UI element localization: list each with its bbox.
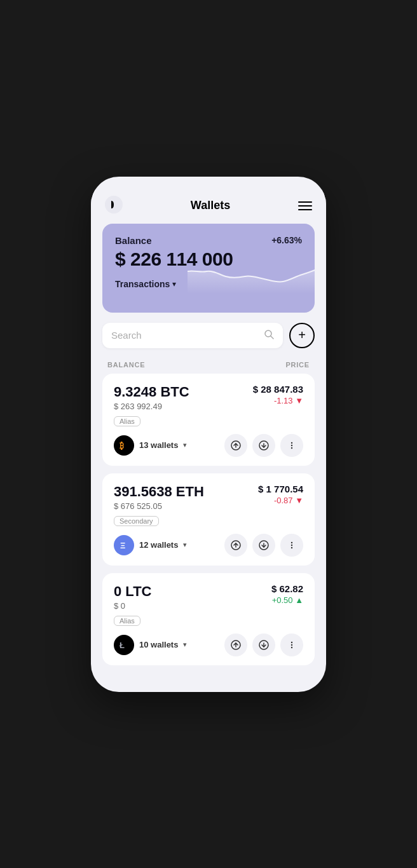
coin-change: -0.87 ▼: [258, 496, 303, 505]
wallet-count: 10 wallets: [139, 640, 178, 649]
coin-card: 0 LTC $ 0 Alias $ 62.82 +0.50 ▲ Ł 10 wal…: [102, 573, 315, 665]
search-icon: [264, 329, 274, 342]
plus-icon: +: [298, 328, 306, 342]
coin-change: +0.50 ▲: [271, 595, 303, 605]
coin-bottom-row: Ξ 12 wallets ▾: [114, 534, 303, 557]
coin-amount: 9.3248 BTC: [114, 384, 189, 400]
more-button[interactable]: [280, 634, 303, 656]
search-row: Search +: [91, 323, 326, 358]
page-title: Wallets: [191, 199, 230, 212]
alias-badge: Alias: [114, 416, 140, 426]
svg-point-8: [291, 442, 292, 443]
coin-top-row: 391.5638 ETH $ 676 525.05 Secondary $ 1 …: [114, 484, 303, 526]
svg-point-16: [291, 541, 292, 543]
coin-card: 391.5638 ETH $ 676 525.05 Secondary $ 1 …: [102, 473, 315, 566]
svg-point-24: [291, 641, 292, 642]
coin-wallet-info[interactable]: Ł 10 wallets ▾: [114, 635, 187, 655]
search-input[interactable]: Search: [111, 330, 259, 341]
receive-button[interactable]: [252, 534, 275, 557]
header: Wallets: [91, 189, 326, 224]
receive-button[interactable]: [252, 434, 275, 457]
more-button[interactable]: [280, 434, 303, 457]
coin-amount: 0 LTC: [114, 583, 151, 600]
svg-point-25: [291, 644, 292, 645]
wallet-chevron-icon: ▾: [183, 641, 187, 649]
coin-wallet-info[interactable]: ₿ 13 wallets ▾: [114, 435, 187, 456]
svg-text:Ξ: Ξ: [120, 541, 125, 550]
coin-usd-value: $ 0: [114, 601, 151, 611]
coin-wallet-info[interactable]: Ξ 12 wallets ▾: [114, 535, 187, 555]
svg-line-2: [271, 336, 273, 339]
phone-shell: Wallets Balance +6.63% $ 226 114 000: [91, 177, 326, 692]
transactions-row[interactable]: Transactions ▾: [115, 279, 302, 289]
coin-change: -1.13 ▼: [253, 396, 303, 405]
table-headers: BALANCE PRICE: [91, 358, 326, 374]
coin-usd-value: $ 676 525.05: [114, 501, 204, 511]
send-button[interactable]: [224, 534, 247, 557]
coin-logo: Ł: [114, 635, 134, 655]
wallet-count: 12 wallets: [139, 540, 178, 550]
coin-price: $ 1 770.54: [258, 484, 303, 494]
coin-logo: Ξ: [114, 535, 134, 555]
wallet-count: 13 wallets: [139, 440, 178, 450]
transactions-chevron-icon: ▾: [172, 280, 176, 288]
coin-top-row: 0 LTC $ 0 Alias $ 62.82 +0.50 ▲: [114, 583, 303, 626]
action-buttons: [224, 634, 303, 656]
svg-text:₿: ₿: [120, 441, 124, 451]
coin-bottom-row: Ł 10 wallets ▾: [114, 634, 303, 656]
price-column-header: PRICE: [285, 361, 310, 369]
coin-usd-value: $ 263 992.49: [114, 402, 189, 411]
app-logo: [105, 196, 123, 216]
balance-column-header: BALANCE: [107, 361, 145, 369]
coin-price: $ 62.82: [271, 583, 303, 594]
svg-point-18: [291, 546, 292, 548]
send-button[interactable]: [224, 634, 247, 656]
coin-top-row: 9.3248 BTC $ 263 992.49 Alias $ 28 847.8…: [114, 384, 303, 426]
transactions-label: Transactions: [115, 279, 170, 289]
balance-card: Balance +6.63% $ 226 114 000 Transaction…: [102, 224, 315, 313]
alias-badge: Secondary: [114, 516, 159, 526]
svg-point-9: [291, 444, 292, 445]
svg-point-17: [291, 544, 292, 545]
more-button[interactable]: [280, 534, 303, 557]
coin-logo: ₿: [114, 435, 134, 456]
coin-amount: 391.5638 ETH: [114, 484, 204, 500]
coin-card: 9.3248 BTC $ 263 992.49 Alias $ 28 847.8…: [102, 374, 315, 466]
receive-button[interactable]: [252, 634, 275, 656]
svg-point-26: [291, 646, 292, 648]
add-wallet-button[interactable]: +: [289, 323, 315, 348]
search-box[interactable]: Search: [102, 323, 283, 348]
balance-change: +6.63%: [271, 235, 302, 245]
coin-list: 9.3248 BTC $ 263 992.49 Alias $ 28 847.8…: [91, 374, 326, 665]
balance-label: Balance: [115, 235, 152, 246]
alias-badge: Alias: [114, 616, 140, 626]
svg-text:Ł: Ł: [120, 641, 125, 650]
svg-point-10: [291, 447, 292, 448]
wallet-chevron-icon: ▾: [183, 541, 187, 549]
coin-price: $ 28 847.83: [253, 384, 303, 395]
action-buttons: [224, 434, 303, 457]
send-button[interactable]: [224, 434, 247, 457]
wallet-chevron-icon: ▾: [183, 441, 187, 449]
menu-button[interactable]: [298, 201, 312, 210]
coin-bottom-row: ₿ 13 wallets ▾: [114, 434, 303, 457]
action-buttons: [224, 534, 303, 557]
